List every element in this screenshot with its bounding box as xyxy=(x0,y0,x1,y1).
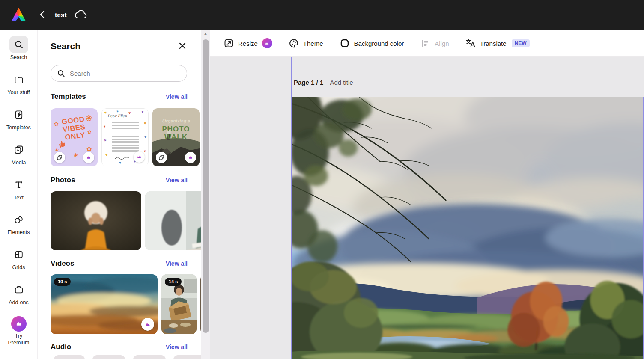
back-button[interactable] xyxy=(38,9,48,21)
templates-icon xyxy=(9,106,28,123)
landscape-photo-art xyxy=(292,97,644,359)
sidebar-item-label: Elements xyxy=(7,229,30,236)
premium-crown-icon xyxy=(262,38,272,48)
video-sunset-sky[interactable]: 10 s xyxy=(51,274,158,334)
search-box[interactable] xyxy=(51,65,187,82)
sidebar-item-label: Grids xyxy=(12,264,25,271)
template-good-vibes[interactable]: ✿ ❀ ✿ ❀ ✿ ❀ GOOD VIBES ONLY xyxy=(51,108,98,166)
sidebar-item-search[interactable]: Search xyxy=(0,36,38,71)
view-all-templates-link[interactable]: View all xyxy=(166,93,188,100)
heart-icon: ♥ xyxy=(104,138,107,142)
duplicate-icon xyxy=(158,154,164,160)
sidebar-item-label: Add-ons xyxy=(9,300,29,306)
letter-text-lines xyxy=(112,121,139,129)
view-all-photos-link[interactable]: View all xyxy=(166,177,188,184)
duplicate-template-button[interactable] xyxy=(54,152,65,163)
template-letter[interactable]: ♥ ♥ ♥ ♥ ♥ ♥ ♥ ♥ ♥ ♥ ♥ ♥ Dear Ellen xyxy=(101,108,149,166)
audio-item[interactable] xyxy=(173,355,201,359)
panel-scrollbar[interactable]: ▲ xyxy=(201,30,210,359)
elements-icon xyxy=(9,211,28,228)
translate-button[interactable]: Translate NEW xyxy=(465,38,530,48)
close-panel-button[interactable] xyxy=(177,41,188,51)
template-text: GOOD VIBES ONLY xyxy=(51,114,97,143)
sidebar: Search Your stuff Templates Media Text xyxy=(0,30,38,359)
video-unboxing[interactable]: 14 s xyxy=(161,274,197,334)
section-title-audio: Audio xyxy=(51,343,71,351)
section-title-templates: Templates xyxy=(51,92,86,101)
search-input[interactable] xyxy=(69,69,181,77)
sidebar-item-templates[interactable]: Templates xyxy=(0,106,38,141)
search-panel: Search Templates View all ✿ ❀ ✿ ❀ ✿ ❀ G xyxy=(38,30,201,359)
scrollbar-thumb[interactable] xyxy=(203,39,209,333)
view-all-videos-link[interactable]: View all xyxy=(166,260,188,267)
templates-section-header: Templates View all xyxy=(51,92,188,101)
photos-section-header: Photos View all xyxy=(51,176,188,184)
adobe-express-logo[interactable] xyxy=(12,8,26,21)
topbar: test xyxy=(0,0,644,30)
template-photo-walk[interactable]: Organizing a PHOTO WALK xyxy=(152,108,200,166)
duplicate-template-button[interactable] xyxy=(156,152,167,163)
canvas-area[interactable]: Page 1 / 1 - Add title xyxy=(210,57,644,359)
audio-item[interactable] xyxy=(133,355,166,359)
theme-button[interactable]: Theme xyxy=(289,38,323,48)
sidebar-item-media[interactable]: Media xyxy=(0,141,38,176)
video-duration-badge: 10 s xyxy=(54,278,71,286)
section-title-videos: Videos xyxy=(51,259,74,268)
letter-text-lines xyxy=(112,145,139,153)
template-title: PHOTO WALK xyxy=(152,125,200,141)
sidebar-item-label: Your stuff xyxy=(7,89,30,96)
canvas-toolbar: Resize Theme Background color Align Tran… xyxy=(210,30,644,57)
resize-button[interactable]: Resize xyxy=(224,38,272,48)
sidebar-item-try-premium[interactable]: Try Premium xyxy=(0,316,38,359)
align-icon xyxy=(420,38,430,48)
cloud-sync-button[interactable] xyxy=(74,9,88,21)
background-color-label: Background color xyxy=(354,40,404,47)
landscape-photo[interactable] xyxy=(292,97,644,359)
letter-text-lines xyxy=(112,132,139,143)
heart-icon: ♥ xyxy=(105,153,107,157)
sidebar-item-your-stuff[interactable]: Your stuff xyxy=(0,71,38,106)
audio-item[interactable] xyxy=(92,355,125,359)
photo-woman-portrait[interactable] xyxy=(51,191,141,250)
page-title-placeholder[interactable]: Add title xyxy=(330,79,353,86)
align-button[interactable]: Align xyxy=(420,38,449,48)
heart-icon: ♥ xyxy=(144,122,146,125)
premium-crown-icon xyxy=(187,154,194,161)
photo-woman-art xyxy=(51,191,141,250)
back-chevron-icon xyxy=(38,9,48,20)
panel-header: Search xyxy=(51,41,188,51)
sidebar-item-text[interactable]: Text xyxy=(0,176,38,211)
sidebar-item-add-ons[interactable]: Add-ons xyxy=(0,281,38,316)
heart-icon: ♥ xyxy=(144,135,146,139)
section-title-photos: Photos xyxy=(51,176,75,184)
theme-icon xyxy=(289,38,299,48)
search-input-icon xyxy=(57,69,65,77)
view-all-audio-link[interactable]: View all xyxy=(166,344,188,350)
templates-row: ✿ ❀ ✿ ❀ ✿ ❀ GOOD VIBES ONLY xyxy=(51,108,201,166)
audio-item[interactable] xyxy=(54,355,85,359)
align-label: Align xyxy=(435,40,449,47)
heart-icon: ♥ xyxy=(144,150,146,153)
audio-section-header: Audio View all xyxy=(51,343,188,351)
background-color-button[interactable]: Background color xyxy=(340,38,404,48)
resize-icon xyxy=(224,38,234,48)
sidebar-item-elements[interactable]: Elements xyxy=(0,211,38,246)
duplicate-icon xyxy=(57,154,63,160)
add-ons-icon xyxy=(9,281,28,298)
translate-label: Translate xyxy=(480,40,507,47)
premium-crown-icon xyxy=(136,154,143,160)
template-kicker: Organizing a xyxy=(152,119,200,123)
text-icon xyxy=(9,176,28,193)
heart-icon: ♥ xyxy=(116,110,119,114)
premium-crown-icon xyxy=(85,154,92,161)
scroll-up-arrow-icon[interactable]: ▲ xyxy=(201,32,210,36)
document-title[interactable]: test xyxy=(55,0,67,30)
photo-man-art xyxy=(145,191,201,250)
panel-title: Search xyxy=(51,41,80,51)
photo-man-desk[interactable] xyxy=(145,191,201,250)
videos-section-header: Videos View all xyxy=(51,259,188,268)
close-icon xyxy=(178,41,187,50)
sidebar-item-grids[interactable]: Grids xyxy=(0,246,38,281)
grids-icon xyxy=(9,246,28,263)
heart-icon: ♥ xyxy=(128,111,131,115)
